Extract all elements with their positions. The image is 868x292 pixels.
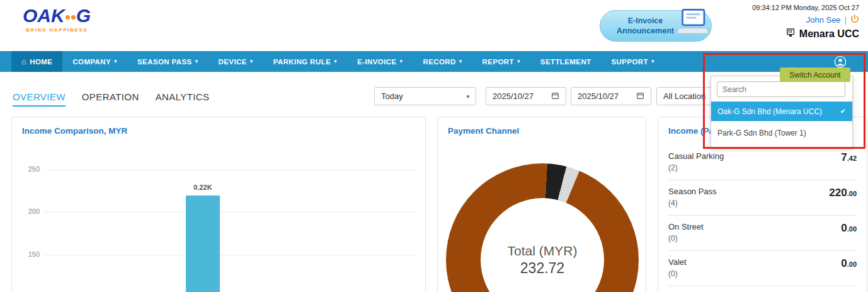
brand-tagline: BRING HAPPINESS <box>19 27 94 33</box>
location-name: Menara UCC <box>799 28 859 40</box>
location-select-value: All Location <box>663 91 705 101</box>
logout-power-icon[interactable] <box>850 15 859 25</box>
laptop-icon <box>673 7 710 44</box>
calendar-icon <box>636 91 644 102</box>
building-icon <box>785 28 796 40</box>
nav-item-settlement[interactable]: SETTLEMENT <box>530 51 602 72</box>
donut-ring: Total (MYR) 232.72 <box>446 163 639 292</box>
value-dec: .00 <box>847 225 857 233</box>
dashboard-page: OAKG BRING HAPPINESS E-Invoice Announcem… <box>0 0 868 292</box>
nav-item-report[interactable]: REPORT ▾ <box>472 51 530 72</box>
chevron-down-icon: ▾ <box>517 59 520 64</box>
tab-analytics[interactable]: ANALYTICS <box>156 91 210 107</box>
donut-total-label: Total (MYR) <box>508 243 578 259</box>
item-name: On Street <box>668 222 857 231</box>
nav-item-e-invoice[interactable]: E-INVOICE ▾ <box>347 51 413 72</box>
chevron-down-icon: ▾ <box>114 59 117 64</box>
date-to-input[interactable]: 2025/10/27 <box>571 87 651 105</box>
list-item: Valet (0) 0.00 <box>668 251 857 286</box>
nav-item-support[interactable]: SUPPORT ▾ <box>602 51 665 72</box>
list-item: On Street (0) 0.00 <box>668 216 857 251</box>
nav-label: E-INVOICE <box>357 58 396 66</box>
nav-item-device[interactable]: DEVICE ▾ <box>208 51 263 72</box>
chevron-down-icon: ▾ <box>250 59 253 64</box>
chevron-down-icon: ▾ <box>400 59 403 64</box>
nav-item-season-pass[interactable]: SEASON PASS ▾ <box>127 51 208 72</box>
item-name: Valet <box>668 257 857 267</box>
item-count: (0) <box>668 269 857 278</box>
account-search-input[interactable] <box>717 81 845 97</box>
brand-logo-text: OAKG <box>19 6 94 25</box>
value-dec: .00 <box>847 260 857 268</box>
item-name: Casual Parking <box>668 151 857 161</box>
gridline <box>45 212 416 213</box>
date-range-select[interactable]: Today ▾ <box>374 87 476 105</box>
chevron-down-icon: ▾ <box>334 59 337 64</box>
location-row: Menara UCC <box>752 28 859 40</box>
y-axis-tick: 150 <box>14 250 40 258</box>
nav-label: SUPPORT <box>612 58 648 66</box>
nav-label: HOME <box>30 58 52 66</box>
value-dec: .00 <box>847 190 857 197</box>
nav-label: DEVICE <box>219 58 247 66</box>
item-count: (2) <box>668 163 857 172</box>
item-value: 220.00 <box>829 187 857 199</box>
nav-item-company[interactable]: COMPANY ▾ <box>62 51 127 72</box>
einvoice-announcement-button[interactable]: E-Invoice Announcement <box>600 10 712 42</box>
donut-total-value: 232.72 <box>520 260 564 277</box>
value-int: 7 <box>841 151 847 163</box>
y-axis-tick: 200 <box>14 207 40 215</box>
user-name-link[interactable]: John See <box>806 15 841 25</box>
nav-item-home[interactable]: ⌂ HOME <box>11 51 62 72</box>
home-icon: ⌂ <box>21 57 26 66</box>
nav-label: REPORT <box>483 58 514 66</box>
account-option[interactable]: Park-G Sdn Bhd (Tower 1) <box>711 123 852 143</box>
item-value: 0.00 <box>841 222 857 235</box>
value-int: 0 <box>841 257 847 269</box>
date-to-value: 2025/10/27 <box>578 91 619 101</box>
view-tabs: OVERVIEW OPERATION ANALYTICS <box>13 91 209 107</box>
account-switcher-panel: Oak-G Sdn Bhd (Menara UCC) ✔ Park-G Sdn … <box>711 76 853 148</box>
einvoice-line2: Announcement <box>617 26 674 36</box>
switch-account-tooltip: Switch Account <box>780 67 850 82</box>
card-title: Income (Pa <box>668 126 714 136</box>
logo-dot-icon <box>66 15 70 20</box>
brand-logo: OAKG BRING HAPPINESS <box>19 6 94 33</box>
item-name: Season Pass <box>668 187 857 196</box>
value-int: 220 <box>829 187 847 199</box>
account-option-selected[interactable]: Oak-G Sdn Bhd (Menara UCC) ✔ <box>711 102 852 121</box>
value-int: 0 <box>841 222 847 234</box>
tab-overview[interactable]: OVERVIEW <box>13 91 66 107</box>
gridline <box>45 170 416 170</box>
value-dec: .42 <box>847 155 857 162</box>
main-navbar: ⌂ HOME COMPANY ▾ SEASON PASS ▾ DEVICE ▾ … <box>0 51 868 72</box>
gridline <box>45 255 416 255</box>
account-option-label: Oak-G Sdn Bhd (Menara UCC) <box>717 107 822 116</box>
date-range-value: Today <box>381 91 403 101</box>
nav-item-parking-rule[interactable]: PARKING RULE ▾ <box>263 51 347 72</box>
logo-dot-icon <box>71 15 76 20</box>
nav-label: RECORD <box>423 58 455 66</box>
income-bar <box>186 196 220 292</box>
tab-operation[interactable]: OPERATION <box>82 91 139 107</box>
logo-g-text: G <box>76 5 91 26</box>
header-right-info: 09:34:12 PM Monday, 2025 Oct 27 John See… <box>752 4 859 40</box>
list-item: Casual Parking (2) 7.42 <box>668 145 857 180</box>
card-title: Income Comparison, MYR <box>22 126 127 136</box>
income-breakdown-list: Casual Parking (2) 7.42 Season Pass (4) … <box>668 145 857 286</box>
check-icon: ✔ <box>840 107 846 115</box>
item-count: (4) <box>668 199 857 207</box>
item-value: 7.42 <box>841 151 857 164</box>
nav-item-record[interactable]: RECORD ▾ <box>413 51 472 72</box>
nav-label: SETTLEMENT <box>540 58 591 66</box>
account-option-label: Park-G Sdn Bhd (Tower 1) <box>717 129 806 137</box>
date-from-input[interactable]: 2025/10/27 <box>486 87 566 105</box>
list-item: Season Pass (4) 220.00 <box>668 180 857 216</box>
einvoice-announcement-label: E-Invoice Announcement <box>617 16 674 37</box>
chevron-down-icon: ▾ <box>459 59 462 64</box>
chevron-down-icon: ▾ <box>651 59 654 64</box>
payment-channel-card: Payment Channel Total (MYR) 232.72 <box>437 117 646 292</box>
nav-label: PARKING RULE <box>273 58 331 66</box>
separator: | <box>845 15 847 25</box>
logo-oak-text: OAK <box>23 5 65 26</box>
